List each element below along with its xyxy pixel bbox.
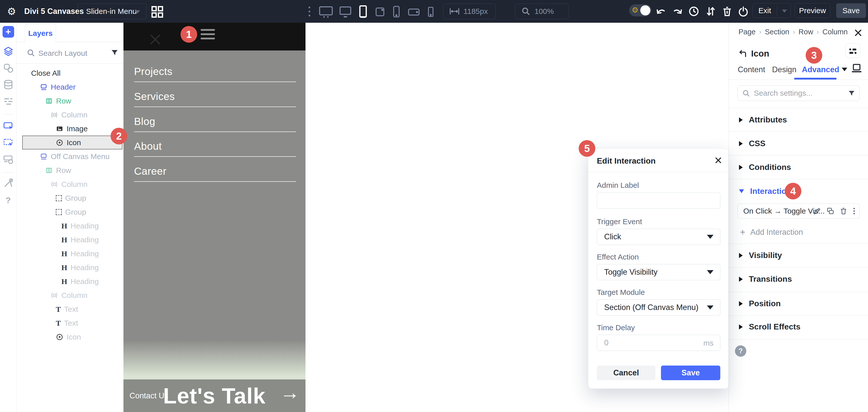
layer-item-header[interactable]: Header [17, 80, 123, 94]
close-all-button[interactable]: Close All [17, 66, 123, 80]
layer-item-icon[interactable]: Icon [17, 330, 123, 344]
breadcrumb-page[interactable]: Page [739, 28, 756, 36]
kebab-menu-icon[interactable] [852, 207, 856, 215]
layer-item-off-canvas-menu[interactable]: Off Canvas Menu [17, 150, 123, 163]
cancel-button[interactable]: Cancel [597, 366, 655, 380]
quick-actions-button[interactable] [845, 43, 860, 58]
duplicate-icon[interactable] [826, 207, 835, 215]
section-css[interactable]: CSS [739, 139, 766, 148]
lets-talk-cta[interactable]: Let's Talk [159, 379, 270, 412]
section-transitions[interactable]: Transitions [739, 275, 792, 284]
time-delay-input[interactable] [604, 336, 701, 349]
layer-item-row[interactable]: Row [17, 94, 123, 108]
section-attributes[interactable]: Attributes [739, 115, 787, 124]
menu-link-career[interactable]: Career [134, 165, 296, 177]
layout-select[interactable]: Sliden-in Menu [78, 3, 147, 19]
templates-icon[interactable] [3, 63, 13, 73]
tab-advanced[interactable]: Advanced [802, 65, 839, 74]
menu-link-projects[interactable]: Projects [134, 66, 296, 77]
trash-icon[interactable] [839, 207, 848, 215]
tab-design[interactable]: Design [772, 65, 797, 74]
field-list-icon[interactable] [3, 96, 13, 106]
layer-item-heading[interactable]: H Heading [17, 233, 123, 247]
device-desktop-icon[interactable] [339, 5, 352, 18]
layer-item-image[interactable]: Image [17, 122, 123, 135]
undo-icon[interactable] [655, 6, 666, 17]
arrow-right-icon[interactable]: → [280, 381, 300, 404]
layer-item-heading[interactable]: H Heading [17, 260, 123, 275]
device-phone-small-icon[interactable] [426, 5, 435, 18]
theme-toggle[interactable]: ⚙ [629, 4, 651, 17]
interaction-select-icon[interactable] [3, 121, 13, 131]
layer-item-text[interactable]: T Text [17, 316, 123, 330]
trash-icon[interactable] [721, 6, 733, 17]
redo-icon[interactable] [672, 6, 683, 17]
menu-link-services[interactable]: Services [134, 91, 296, 102]
settings-gear-icon[interactable]: ⚙ [7, 5, 16, 17]
device-tablet-icon-active[interactable] [358, 5, 369, 19]
database-icon[interactable] [3, 79, 13, 90]
save-button[interactable]: Save [836, 3, 866, 18]
filter-icon[interactable] [848, 90, 856, 97]
interaction-select-alt-icon[interactable] [3, 137, 13, 148]
breadcrumb-section[interactable]: Section [765, 28, 789, 36]
effect-action-select[interactable]: Toggle Visibility [597, 264, 720, 280]
layer-item-heading[interactable]: H Heading [17, 247, 123, 260]
interaction-list-item[interactable]: On Click → Toggle Vis... [738, 203, 860, 219]
drag-handle-dots-icon[interactable] [309, 6, 310, 17]
hamburger-menu-icon[interactable] [201, 29, 215, 31]
menu-link-about[interactable]: About [134, 140, 296, 152]
zoom-control[interactable]: 100% [515, 3, 568, 19]
tab-content[interactable]: Content [738, 65, 765, 74]
section-visibility[interactable]: Visibility [739, 251, 782, 260]
desktop-view-icon[interactable] [851, 63, 863, 74]
history-clock-icon[interactable] [688, 6, 699, 17]
admin-label-input[interactable] [604, 194, 701, 207]
menu-link-blog[interactable]: Blog [134, 116, 296, 127]
device-phone-landscape-icon[interactable] [407, 6, 421, 18]
modal-close-icon[interactable] [714, 156, 722, 164]
device-tablet-small-icon[interactable] [374, 6, 386, 18]
layer-item-column[interactable]: Column [17, 108, 123, 122]
section-position[interactable]: Position [739, 299, 781, 308]
layer-item-group[interactable]: Group [17, 205, 123, 219]
exit-dropdown-icon[interactable] [782, 9, 787, 12]
help-button[interactable]: ? [735, 345, 746, 357]
device-phone-icon[interactable] [391, 5, 401, 19]
modal-save-button[interactable]: Save [661, 366, 720, 380]
filter-icon[interactable] [111, 49, 119, 57]
close-panel-icon[interactable] [854, 28, 863, 37]
back-to-parent-icon[interactable] [738, 49, 748, 59]
sort-arrows-icon[interactable] [705, 6, 716, 17]
trigger-event-select[interactable]: Click [597, 229, 720, 245]
section-conditions[interactable]: Conditions [739, 163, 791, 172]
layer-item-row[interactable]: Row [17, 163, 123, 177]
breadcrumb-row[interactable]: Row [799, 28, 813, 36]
layer-item-heading[interactable]: H Heading [17, 219, 123, 233]
layer-item-column[interactable]: Column [17, 288, 123, 302]
add-module-button[interactable]: + [2, 26, 14, 38]
target-module-select[interactable]: Section (Off Canvas Menu) [597, 299, 720, 316]
preview-button[interactable]: Preview [795, 3, 830, 18]
tabs-dropdown-icon[interactable] [842, 68, 847, 71]
layer-item-group[interactable]: Group [17, 191, 123, 205]
tab-layers[interactable]: Layers [25, 24, 56, 43]
help-icon[interactable]: ? [5, 195, 11, 205]
exit-button[interactable]: Exit [753, 6, 777, 15]
grid-view-icon[interactable] [151, 5, 164, 18]
layer-item-column[interactable]: Column [17, 177, 123, 191]
canvas-width-field[interactable]: 1185px [443, 3, 496, 19]
add-interaction-button[interactable]: + Add Interaction [740, 228, 803, 237]
layout-media-icon[interactable] [3, 154, 13, 165]
layer-item-text[interactable]: T Text [17, 302, 123, 316]
layer-item-heading[interactable]: H Heading [17, 275, 123, 288]
edit-pencil-icon[interactable] [813, 207, 822, 215]
device-desktop-large-icon[interactable] [319, 5, 333, 18]
breadcrumb-column[interactable]: Column [823, 28, 848, 36]
layer-item-icon-selected[interactable]: Icon [22, 135, 122, 150]
section-scroll-effects[interactable]: Scroll Effects [739, 322, 801, 331]
layers-search-input[interactable] [38, 47, 107, 60]
tools-icon[interactable] [3, 178, 13, 188]
settings-search-input[interactable] [753, 87, 838, 99]
layers-icon[interactable] [3, 46, 13, 57]
